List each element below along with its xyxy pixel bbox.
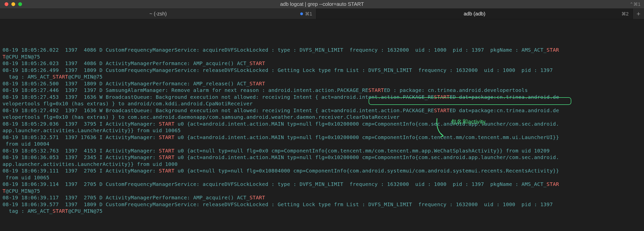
log-line: tag : AMS_ACT_START@CPU_MIN@75 bbox=[3, 208, 641, 215]
log-line: 08-19 18:05:32.763 1397 4153 I ActivityM… bbox=[3, 147, 641, 154]
add-tab-button[interactable]: + bbox=[633, 9, 644, 19]
tab-label: adb (adb) bbox=[464, 11, 485, 17]
log-line: 08-19 18:05:27.492 1397 1636 W Broadcast… bbox=[3, 107, 641, 114]
log-line: T@CPU_MIN@75 bbox=[3, 53, 641, 60]
activity-dot-icon bbox=[300, 12, 303, 15]
tab-shortcut: ⌘1 bbox=[300, 11, 312, 17]
log-line: from uid 10065 bbox=[3, 174, 641, 181]
log-line: 08-19 18:06:36.053 1397 2345 I ActivityM… bbox=[3, 154, 641, 161]
log-line: app.launcher.activities.LauncherActivity… bbox=[3, 161, 641, 168]
log-line: T@CPU_MIN@75 bbox=[3, 188, 641, 195]
log-line: 08-19 18:05:26.500 1397 1809 D ActivityM… bbox=[3, 80, 641, 87]
log-line: 08-19 18:05:26.499 1397 1809 D CustomFre… bbox=[3, 67, 641, 74]
log-line: 08-19 18:05:27.453 1397 1636 W Broadcast… bbox=[3, 94, 641, 101]
log-line: 08-19 18:05:32.571 1397 17636 I Activity… bbox=[3, 134, 641, 141]
tab-bar: ~ (-zsh) ⌘1 adb (adb) ⌘2 + bbox=[0, 9, 644, 19]
log-line: from uid 10004 bbox=[3, 141, 641, 147]
log-line: 08-19 18:05:29.036 1397 3795 I ActivityM… bbox=[3, 121, 641, 127]
log-line: 08-19 18:05:27.446 1397 1397 D SamsungAl… bbox=[3, 87, 641, 94]
log-line: velopertools flg=0x10 (has extras) } to … bbox=[3, 114, 641, 121]
log-line: app.launcher.activities.LauncherActivity… bbox=[3, 127, 641, 134]
terminal-output[interactable]: 包名和activity 08-19 18:05:26.022 1397 4086… bbox=[0, 19, 644, 216]
log-line: 08-19 18:06:39.577 1397 1809 D CustomFre… bbox=[3, 201, 641, 208]
tab-zsh[interactable]: ~ (-zsh) ⌘1 bbox=[0, 9, 316, 19]
close-icon[interactable] bbox=[5, 2, 8, 6]
tab-shortcut: ⌘2 bbox=[621, 11, 629, 17]
traffic-lights bbox=[0, 2, 22, 6]
log-line: tag : AMS_ACT_START@CPU_MIN@75 bbox=[3, 73, 641, 80]
log-line: 08-19 18:06:39.111 1397 2705 I ActivityM… bbox=[3, 167, 641, 174]
window-shortcut-hint: ⌃⌘1 bbox=[630, 2, 640, 7]
log-line: 08-19 18:06:39.114 1397 2705 D CustomFre… bbox=[3, 181, 641, 188]
log-line: 08-19 18:05:26.022 1397 4086 D CustomFre… bbox=[3, 47, 641, 53]
tab-label: ~ (-zsh) bbox=[149, 11, 167, 17]
window-title: adb logcat | grep --color=auto START bbox=[280, 1, 364, 7]
zoom-icon[interactable] bbox=[18, 2, 22, 6]
log-line: velopertools flg=0x10 (has extras) } to … bbox=[3, 100, 641, 107]
tab-adb[interactable]: adb (adb) ⌘2 bbox=[316, 9, 633, 19]
minimize-icon[interactable] bbox=[11, 2, 15, 6]
log-line: 08-19 18:06:39.117 1397 2705 D ActivityM… bbox=[3, 194, 641, 201]
titlebar: adb logcat | grep --color=auto START ⌃⌘1 bbox=[0, 0, 644, 9]
log-line: 08-19 18:05:26.023 1397 4086 D ActivityM… bbox=[3, 60, 641, 67]
